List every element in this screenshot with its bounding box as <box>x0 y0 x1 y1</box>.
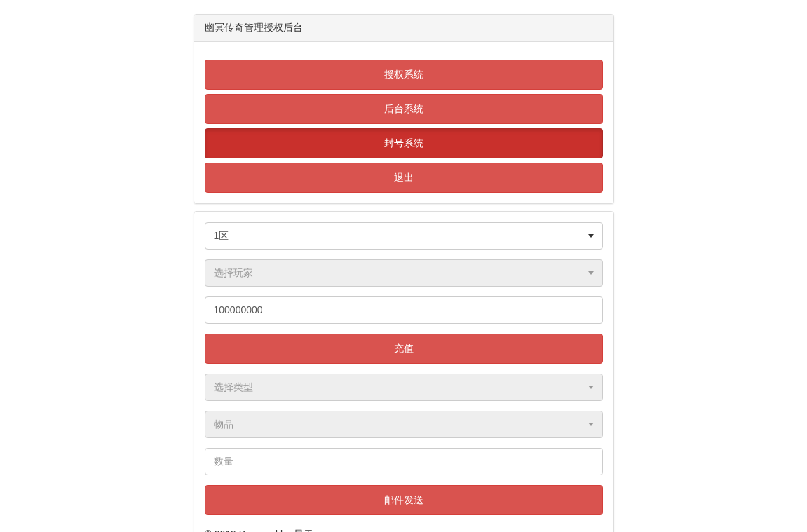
ban-system-button[interactable]: 封号系统 <box>205 128 603 158</box>
item-select-placeholder: 物品 <box>214 417 233 432</box>
caret-down-icon <box>588 271 594 275</box>
player-select-placeholder: 选择玩家 <box>214 266 253 280</box>
form-panel: 1区 选择玩家 充值 选择类型 <box>194 211 614 532</box>
type-select[interactable]: 选择类型 <box>205 374 603 401</box>
quantity-input[interactable] <box>205 448 603 475</box>
mail-send-button[interactable]: 邮件发送 <box>205 485 603 515</box>
form-body: 1区 选择玩家 充值 选择类型 <box>194 212 613 532</box>
type-select-placeholder: 选择类型 <box>214 380 253 395</box>
item-select[interactable]: 物品 <box>205 411 603 438</box>
exit-button[interactable]: 退出 <box>205 163 603 193</box>
zone-select-value: 1区 <box>214 229 229 243</box>
zone-select[interactable]: 1区 <box>205 222 603 250</box>
nav-panel: 幽冥传奇管理授权后台 授权系统 后台系统 封号系统 退出 <box>194 14 614 204</box>
recharge-button[interactable]: 充值 <box>205 334 603 364</box>
nav-body: 授权系统 后台系统 封号系统 退出 <box>194 42 613 203</box>
panel-title: 幽冥传奇管理授权后台 <box>194 15 613 42</box>
backend-system-button[interactable]: 后台系统 <box>205 94 603 124</box>
caret-down-icon <box>588 234 594 238</box>
authorize-system-button[interactable]: 授权系统 <box>205 60 603 90</box>
footer-text: © 2019 Powered by 昊天。 <box>205 525 603 532</box>
amount-input[interactable] <box>205 296 603 324</box>
panel-title-text: 幽冥传奇管理授权后台 <box>205 22 303 33</box>
player-select[interactable]: 选择玩家 <box>205 259 603 287</box>
caret-down-icon <box>588 423 594 426</box>
caret-down-icon <box>588 386 594 389</box>
